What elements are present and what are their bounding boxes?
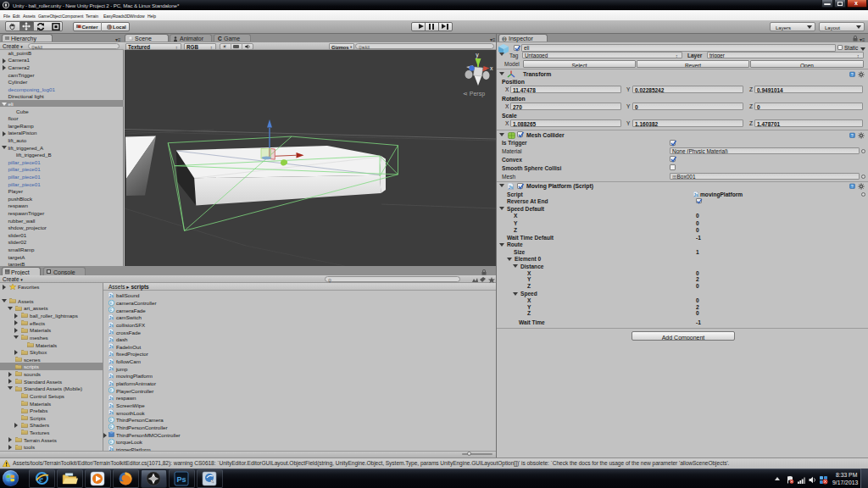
svg-text:Js: Js (109, 345, 114, 349)
svg-text:?: ? (851, 71, 854, 76)
svg-text:Js: Js (109, 367, 114, 371)
svg-text:?: ? (851, 183, 854, 188)
svg-text:Js: Js (109, 337, 114, 341)
svg-text:Ps: Ps (177, 475, 186, 484)
svg-text:Js: Js (109, 352, 114, 357)
svg-text:Js: Js (109, 403, 114, 408)
svg-text:?: ? (851, 132, 854, 137)
svg-text:Js: Js (109, 316, 114, 320)
svg-text:Js: Js (509, 185, 514, 190)
svg-text:Js: Js (109, 323, 114, 327)
svg-text:x: x (490, 65, 493, 71)
svg-text:⋖ Persp: ⋖ Persp (463, 91, 485, 97)
svg-text:Js: Js (694, 192, 698, 197)
svg-text:Js: Js (109, 396, 114, 401)
svg-text:y: y (476, 52, 479, 58)
svg-text:Js: Js (109, 381, 114, 385)
svg-text:e: e (39, 474, 43, 484)
svg-text:Js: Js (109, 374, 114, 379)
svg-text:Js: Js (109, 294, 114, 298)
svg-text:Js: Js (109, 411, 114, 415)
svg-text:Js: Js (109, 330, 114, 335)
svg-text:Js: Js (109, 359, 114, 363)
